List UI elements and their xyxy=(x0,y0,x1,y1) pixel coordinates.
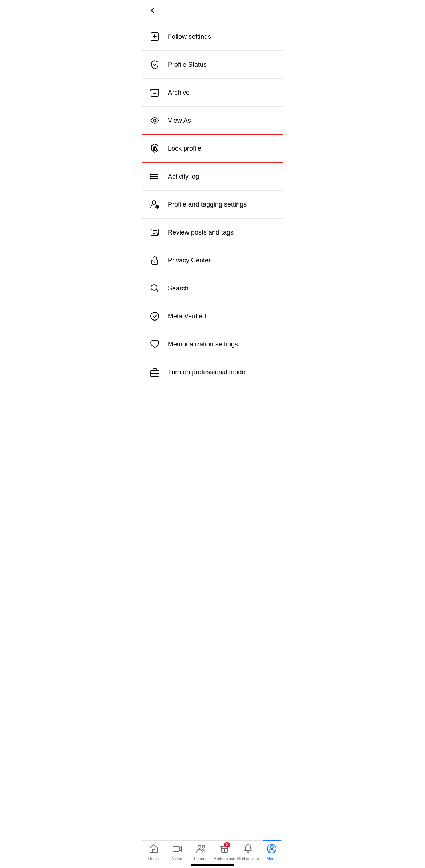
menu-item-archive[interactable]: Archive xyxy=(142,79,283,107)
lock-icon xyxy=(147,253,162,268)
menu-label-view-as: View As xyxy=(168,117,191,125)
svg-point-17 xyxy=(151,312,159,320)
menu-label-review-posts: Review posts and tags xyxy=(168,229,234,236)
svg-point-4 xyxy=(154,149,155,150)
menu-item-profile-tagging[interactable]: Profile and tagging settings xyxy=(142,191,283,219)
menu-label-memorialization: Memorialization settings xyxy=(168,341,238,348)
svg-point-2 xyxy=(154,119,156,122)
svg-point-15 xyxy=(154,262,155,263)
menu-item-activity-log[interactable]: Activity log xyxy=(142,163,283,191)
menu-label-privacy-center: Privacy Center xyxy=(168,257,211,264)
menu-label-professional-mode: Turn on professional mode xyxy=(168,368,245,376)
menu-list: Follow settings Profile Status Archive V… xyxy=(142,23,283,386)
menu-item-follow-settings[interactable]: Follow settings xyxy=(142,23,283,51)
search-icon xyxy=(147,281,162,296)
menu-item-professional-mode[interactable]: Turn on professional mode xyxy=(142,358,283,386)
svg-rect-3 xyxy=(153,148,156,150)
menu-item-profile-status[interactable]: Profile Status xyxy=(142,51,283,79)
menu-item-view-as[interactable]: View As xyxy=(142,107,283,135)
menu-label-follow-settings: Follow settings xyxy=(168,33,211,41)
briefcase-icon xyxy=(147,365,162,379)
menu-item-search[interactable]: Search xyxy=(142,274,283,302)
activity-icon xyxy=(147,169,162,184)
heart-icon xyxy=(147,337,162,351)
lock-shield-icon xyxy=(147,141,162,156)
menu-item-memorialization[interactable]: Memorialization settings xyxy=(142,330,283,358)
svg-point-10 xyxy=(150,178,151,179)
menu-label-activity-log: Activity log xyxy=(168,173,199,180)
profile-gear-icon xyxy=(147,197,162,212)
menu-label-profile-tagging: Profile and tagging settings xyxy=(168,201,247,208)
menu-item-review-posts[interactable]: Review posts and tags xyxy=(142,219,283,246)
menu-label-lock-profile: Lock profile xyxy=(168,145,201,152)
verified-icon xyxy=(147,309,162,323)
menu-label-meta-verified: Meta Verified xyxy=(168,313,206,320)
menu-item-meta-verified[interactable]: Meta Verified xyxy=(142,302,283,330)
menu-item-lock-profile[interactable]: Lock profile xyxy=(142,135,283,163)
header xyxy=(142,0,283,23)
shield-icon xyxy=(147,57,162,72)
menu-item-privacy-center[interactable]: Privacy Center xyxy=(142,246,283,274)
eye-icon xyxy=(147,113,162,128)
menu-label-profile-status: Profile Status xyxy=(168,61,207,69)
follow-icon xyxy=(147,29,162,44)
back-button[interactable] xyxy=(147,5,158,17)
svg-point-8 xyxy=(150,174,151,175)
review-icon xyxy=(147,225,162,240)
archive-icon xyxy=(147,85,162,100)
svg-point-11 xyxy=(152,201,156,204)
menu-label-search: Search xyxy=(168,285,189,292)
svg-point-9 xyxy=(150,176,151,177)
menu-label-archive: Archive xyxy=(168,89,190,97)
content-area: Follow settings Profile Status Archive V… xyxy=(142,23,283,419)
